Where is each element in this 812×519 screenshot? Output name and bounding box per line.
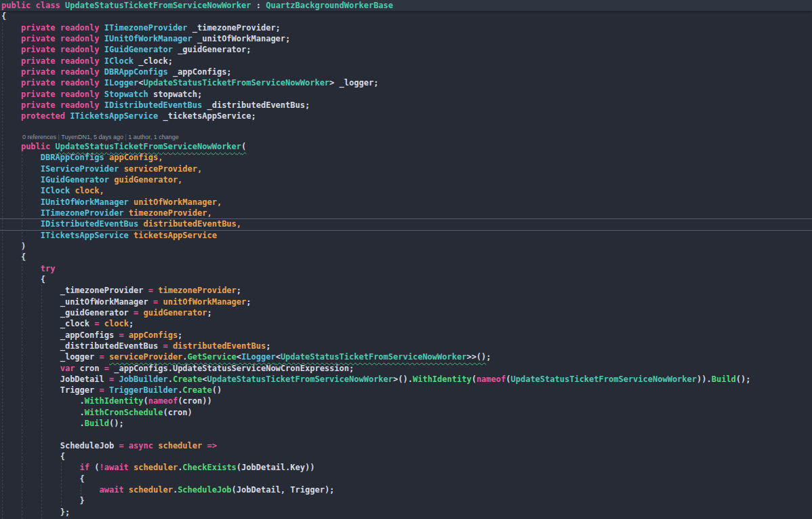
code-token: WithIdentity — [85, 396, 144, 406]
code-token: appConfigs, — [109, 153, 163, 162]
code-line[interactable]: IGuidGenerator guidGenerator, — [0, 174, 812, 185]
code-token: Build — [85, 419, 109, 428]
code-token: protected — [21, 111, 65, 121]
code-token: = — [119, 330, 123, 340]
code-line[interactable]: private readonly IGuidGenerator _guidGen… — [0, 44, 812, 55]
code-line[interactable]: if (!await scheduler.CheckExists(JobDeta… — [0, 462, 812, 473]
code-line[interactable]: _clock = clock; — [0, 318, 812, 329]
code-line[interactable]: var cron = _appConfigs.UpdateStatusServi… — [0, 363, 812, 374]
codelens-bar[interactable]: 0 references | TuyenDN1, 5 days ago | 1 … — [0, 133, 812, 141]
code-token — [1, 231, 41, 240]
code-line[interactable]: _guidGenerator = guidGenerator; — [0, 307, 812, 318]
code-token — [100, 56, 104, 66]
code-token — [1, 197, 41, 207]
code-token: scheduler — [158, 441, 202, 450]
code-token: { — [1, 252, 26, 262]
code-token: (); — [109, 419, 124, 428]
code-line[interactable]: ScheduleJob = async scheduler => — [0, 440, 812, 451]
code-line[interactable]: IServiceProvider serviceProvider, — [0, 164, 812, 174]
code-line[interactable]: IUnitOfWorkManager unitOfWorkManager, — [0, 197, 812, 208]
code-token: _logger — [1, 352, 100, 362]
code-token: readonly — [60, 56, 100, 66]
code-token: readonly — [60, 78, 100, 88]
code-line[interactable]: private readonly ILogger<UpdateStatusTic… — [0, 77, 812, 88]
code-token — [55, 100, 60, 110]
code-token — [55, 45, 60, 54]
code-token: = — [94, 319, 99, 328]
code-token — [1, 90, 21, 99]
code-token: (); — [736, 374, 751, 384]
code-line[interactable]: ITimezoneProvider timezoneProvider, — [0, 208, 812, 218]
code-token: !await — [100, 463, 129, 472]
code-token: timezoneProvider, — [129, 208, 212, 218]
code-line[interactable]: { — [0, 451, 812, 462]
code-token: >>() — [466, 352, 486, 362]
code-line[interactable]: _distributedEventBus = distributedEventB… — [0, 341, 812, 351]
code-line[interactable]: public class UpdateStatusTicketFromServi… — [0, 0, 812, 11]
code-token: IServiceProvider — [41, 164, 119, 174]
code-line[interactable]: _appConfigs = appConfigs; — [0, 330, 812, 341]
code-token: IGuidGenerator — [41, 175, 109, 185]
code-token — [100, 45, 104, 54]
code-line[interactable]: _logger = serviceProvider.GetService<ILo… — [0, 351, 812, 362]
code-token: GetService — [188, 352, 237, 362]
code-line[interactable]: } — [0, 495, 812, 506]
code-token: ( — [144, 396, 148, 406]
code-token: private — [21, 45, 56, 54]
code-token: (cron)) — [178, 396, 212, 406]
code-token: } — [1, 496, 85, 505]
code-line[interactable] — [0, 122, 812, 133]
code-line[interactable]: .WithIdentity(nameof(cron)) — [0, 396, 812, 406]
code-token: : — [251, 1, 266, 10]
code-token — [119, 164, 123, 174]
code-token: clock — [104, 319, 129, 328]
code-line[interactable]: ) — [0, 241, 812, 252]
code-token — [60, 1, 65, 10]
code-line[interactable]: { — [0, 274, 812, 285]
code-token: readonly — [60, 23, 100, 33]
code-line[interactable]: { — [0, 252, 812, 263]
code-token: UpdateStatusTicketFromServiceNowWorker — [510, 374, 697, 384]
code-line[interactable]: .Build(); — [0, 418, 812, 429]
code-line[interactable]: private readonly IDistributedEventBus _d… — [0, 100, 812, 111]
code-token: ; — [266, 341, 270, 351]
code-line[interactable]: { — [0, 474, 812, 484]
code-line[interactable]: DBRAppConfigs appConfigs, — [0, 152, 812, 163]
code-line[interactable]: }; — [0, 507, 812, 518]
code-token — [1, 219, 41, 229]
code-line[interactable]: JobDetail = JobBuilder.Create<UpdateStat… — [0, 374, 812, 385]
code-line[interactable]: { — [0, 11, 812, 22]
code-line[interactable]: try — [0, 263, 812, 274]
code-line[interactable]: _unitOfWorkManager = unitOfWorkManager; — [0, 296, 812, 307]
code-token: _distributedEventBus — [1, 341, 163, 351]
code-line[interactable]: private readonly Stopwatch stopwatch; — [0, 89, 812, 100]
code-token — [104, 352, 109, 362]
code-line[interactable]: ITicketsAppService ticketsAppService — [0, 230, 812, 241]
code-line[interactable]: public UpdateStatusTicketFromServiceNowW… — [0, 141, 812, 152]
code-line[interactable]: await scheduler.ScheduleJob(JobDetail, T… — [0, 484, 812, 495]
code-line[interactable]: IClock clock, — [0, 185, 812, 196]
code-token: IDistributedEventBus — [41, 219, 139, 229]
code-token: ( — [89, 463, 99, 472]
code-line[interactable]: Trigger = TriggerBuilder.Create() — [0, 385, 812, 396]
code-editor[interactable]: public class UpdateStatusTicketFromServi… — [0, 0, 812, 519]
code-line[interactable]: _timezoneProvider = timezoneProvider; — [0, 285, 812, 296]
code-token: < — [202, 374, 207, 384]
code-token: ITicketsAppService — [70, 111, 158, 121]
code-token — [100, 319, 104, 328]
codelens-references-link[interactable]: 0 references — [22, 134, 56, 140]
code-line[interactable] — [0, 429, 812, 440]
code-token: distributedEventBus — [173, 341, 266, 351]
code-line[interactable]: private readonly ITimezoneProvider _time… — [0, 22, 812, 33]
code-token — [129, 231, 134, 240]
code-token: await — [100, 485, 124, 495]
code-line[interactable]: protected ITicketsAppService _ticketsApp… — [0, 111, 812, 121]
code-token: IUnitOfWorkManager — [104, 34, 192, 43]
code-line[interactable]: private readonly DBRAppConfigs _appConfi… — [0, 66, 812, 77]
code-line[interactable]: private readonly IClock _clock; — [0, 56, 812, 66]
code-line[interactable]: private readonly IUnitOfWorkManager _uni… — [0, 33, 812, 44]
code-token: < — [237, 352, 241, 362]
code-line-current[interactable]: IDistributedEventBus distributedEventBus… — [0, 218, 812, 229]
code-token: DBRAppConfigs — [104, 67, 168, 77]
code-line[interactable]: .WithCronSchedule(cron) — [0, 407, 812, 418]
